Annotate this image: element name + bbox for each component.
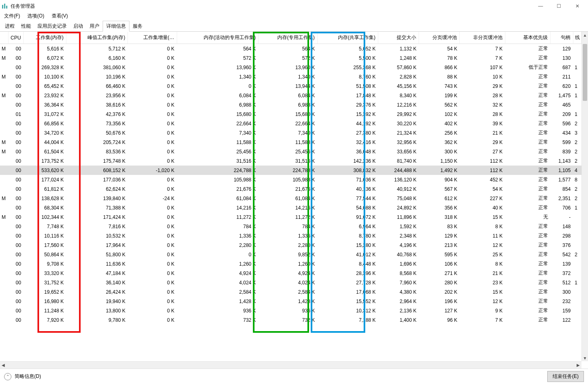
scroll-right-icon[interactable]: ▶ <box>575 362 581 369</box>
cell: 269,328 K <box>24 63 66 72</box>
cell: 0 K <box>128 109 177 119</box>
table-row[interactable]: 0016,980 K19,940 K0 K1,428 K1,428 K15,55… <box>0 297 581 306</box>
cell: 4,380 K <box>378 287 419 297</box>
scroll-down-icon[interactable]: ▼ <box>582 355 588 361</box>
table-row[interactable]: 0017,560 K17,964 K0 K2,280 K2,280 K15,28… <box>0 240 581 250</box>
cell: 300 K <box>419 147 460 156</box>
scroll-up-icon[interactable]: ▲ <box>582 32 588 38</box>
window-title: 任务管理器 <box>11 3 35 10</box>
column-header[interactable]: 内存(专用工作集) <box>259 32 318 44</box>
tab-performance[interactable]: 性能 <box>18 21 34 31</box>
table-row[interactable]: 00177,024 K177,036 K0 K105,988 K105,988 … <box>0 175 581 184</box>
horizontal-scrollbar[interactable]: ◀ ▶ <box>0 361 581 369</box>
column-header[interactable]: 提交大小 <box>378 32 419 44</box>
cell: 7,816 K <box>66 222 128 231</box>
cell: 10,532 K <box>66 231 128 240</box>
table-row[interactable]: 0065,452 K66,460 K0 K0 K13,944 K51,508 K… <box>0 81 581 91</box>
table-row[interactable]: 0010,116 K10,532 K0 K1,336 K1,336 K8,780… <box>0 231 581 240</box>
column-header[interactable]: 内存(活动的专用工作集) <box>177 32 258 44</box>
cell: 105,988 K <box>177 175 258 184</box>
table-row[interactable]: M0010,100 K10,196 K0 K1,340 K1,340 K8,76… <box>0 72 581 81</box>
row-lead: M <box>0 147 8 156</box>
table-row[interactable]: 0019,652 K26,424 K0 K2,584 K2,584 K17,06… <box>0 287 581 297</box>
cell: 12 K <box>460 297 505 306</box>
column-header[interactable]: 工作集(内存) <box>24 32 66 44</box>
column-header-row[interactable]: CPU工作集(内存)峰值工作集(内存)工作集增量(…内存(活动的专用工作集)内存… <box>0 32 581 44</box>
table-row[interactable]: 0068,304 K71,388 K0 K14,216 K14,216 K54,… <box>0 203 581 212</box>
table-row[interactable]: M0061,504 K83,536 K0 K25,456 K25,456 K36… <box>0 147 581 156</box>
cell: 83,536 K <box>66 147 128 156</box>
cell: 正常 <box>505 268 550 278</box>
column-header[interactable] <box>0 32 8 44</box>
cell: -1,020 K <box>128 166 177 175</box>
table-row[interactable]: 007,748 K7,816 K0 K784 K784 K6,964 K1,59… <box>0 222 581 231</box>
table-row[interactable]: 00533,620 K608,152 K-1,020 K224,788 K224… <box>0 166 581 175</box>
column-header[interactable]: 非分页缓冲池 <box>460 32 505 44</box>
menu-view[interactable]: 查看(V) <box>51 12 69 20</box>
close-button[interactable]: ✕ <box>568 0 586 12</box>
maximize-button[interactable]: ☐ <box>550 0 568 12</box>
cell: 正常 <box>505 203 550 212</box>
cell: 199 K <box>419 91 460 100</box>
scroll-thumb[interactable] <box>583 44 587 101</box>
cell: 61,084 K <box>259 194 318 203</box>
row-lead <box>0 315 8 325</box>
tab-details[interactable]: 详细信息 <box>103 21 129 32</box>
column-header[interactable]: 工作集增量(… <box>128 32 177 44</box>
cell-cpu: 00 <box>8 250 24 259</box>
column-header[interactable]: 句柄 <box>551 32 573 44</box>
cell: 732 K <box>259 315 318 325</box>
app-icon <box>2 3 8 9</box>
column-header[interactable]: 内存(共享工作集) <box>317 32 378 44</box>
tab-services[interactable]: 服务 <box>129 21 146 31</box>
table-row[interactable]: 00269,328 K381,060 K0 K13,960 K13,960 K2… <box>0 63 581 72</box>
tab-users[interactable]: 用户 <box>86 21 103 31</box>
menu-options[interactable]: 选项(O) <box>26 12 45 20</box>
cell: 32,416 K <box>317 137 378 147</box>
cell: 5,052 K <box>317 44 378 54</box>
end-task-button[interactable]: 结束任务(E) <box>547 371 584 382</box>
expand-icon[interactable]: ⌃ <box>4 373 11 380</box>
table-row[interactable]: 0036,364 K38,616 K0 K6,988 K6,988 K29,37… <box>0 100 581 109</box>
brief-info-link[interactable]: 简略信息(D) <box>15 373 41 380</box>
tab-startup[interactable]: 启动 <box>70 21 86 31</box>
table-row[interactable]: M006,072 K6,160 K0 K572 K572 K5,500 K1,2… <box>0 53 581 63</box>
table-row[interactable]: 009,708 K11,636 K0 K1,260 K1,260 K8,448 … <box>0 259 581 268</box>
column-header[interactable]: 基本优先级 <box>505 32 550 44</box>
vertical-scrollbar[interactable]: ▲ ▼ <box>581 32 588 361</box>
cell: 596 <box>551 119 573 128</box>
scroll-left-icon[interactable]: ◀ <box>0 362 7 369</box>
table-row[interactable]: M005,616 K5,712 K0 K564 K564 K5,052 K1,1… <box>0 44 581 54</box>
cell: 正常 <box>505 259 550 268</box>
cell: 10,100 K <box>24 72 66 81</box>
tab-app-history[interactable]: 应用历史记录 <box>34 21 70 31</box>
cell: 40,912 K <box>378 184 419 194</box>
column-header[interactable]: 线 <box>573 32 581 44</box>
table-row[interactable]: 0050,864 K51,800 K0 K0 K9,852 K41,012 K4… <box>0 250 581 259</box>
table-row[interactable]: M00102,344 K171,424 K0 K11,272 K11,272 K… <box>0 212 581 222</box>
cell: 6,964 K <box>317 222 378 231</box>
column-header[interactable]: CPU <box>8 32 24 44</box>
table-row[interactable]: 0033,320 K47,184 K0 K4,924 K4,924 K28,39… <box>0 268 581 278</box>
tab-processes[interactable]: 进程 <box>2 21 18 31</box>
column-header[interactable]: 分页缓冲池 <box>419 32 460 44</box>
table-row[interactable]: M0023,932 K23,956 K0 K6,084 K6,084 K17,8… <box>0 91 581 100</box>
table-row[interactable]: 0131,072 K42,376 K0 K15,680 K15,680 K15,… <box>0 109 581 119</box>
cell: 139,840 K <box>66 194 128 203</box>
table-row[interactable]: 0031,752 K36,140 K0 K4,024 K4,024 K27,72… <box>0 278 581 287</box>
table-row[interactable]: 0034,720 K50,676 K0 K7,340 K7,340 K27,38… <box>0 128 581 137</box>
table-row[interactable]: 00173,752 K175,748 K0 K31,516 K31,516 K1… <box>0 156 581 166</box>
minimize-button[interactable]: — <box>531 0 550 12</box>
cell <box>573 306 581 315</box>
table-row[interactable]: 0066,856 K73,356 K0 K22,664 K22,664 K44,… <box>0 119 581 128</box>
table-row[interactable]: 007,920 K9,780 K0 K732 K732 K7,188 K1,40… <box>0 315 581 325</box>
table-row[interactable]: M0044,004 K205,724 K0 K11,588 K11,588 K3… <box>0 137 581 147</box>
column-header[interactable]: 峰值工作集(内存) <box>66 32 128 44</box>
cell: 866 K <box>419 63 460 72</box>
menu-file[interactable]: 文件(F) <box>3 12 21 20</box>
cell: 362 K <box>419 137 460 147</box>
table-row[interactable]: 0011,248 K13,800 K0 K936 K936 K10,312 K2… <box>0 306 581 315</box>
table-row[interactable]: 0061,812 K62,624 K0 K21,676 K21,676 K40,… <box>0 184 581 194</box>
table-row[interactable]: M00138,628 K139,840 K-24 K61,084 K61,084… <box>0 194 581 203</box>
svg-rect-2 <box>6 6 7 9</box>
